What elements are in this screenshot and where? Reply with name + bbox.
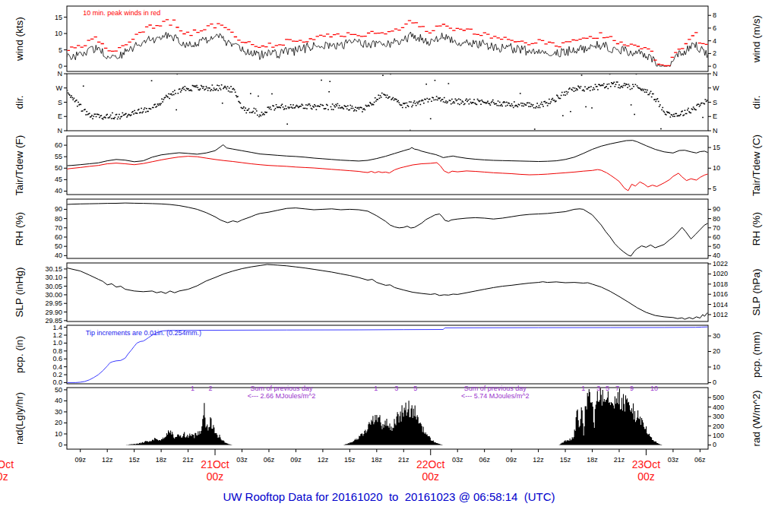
svg-text:N: N [58, 127, 63, 135]
svg-text:03z: 03z [452, 456, 463, 464]
date-label-hour: 00z [637, 470, 655, 483]
date-label: 21Oct [201, 458, 229, 470]
axis-label-right-wind: wind (m/s) [751, 15, 762, 63]
svg-text:21z: 21z [614, 456, 625, 464]
svg-text:06z: 06z [264, 456, 275, 464]
svg-text:12z: 12z [102, 456, 113, 464]
svg-text:80: 80 [55, 215, 62, 223]
axis-label-right-temperature: Tair/Tdew (C) [751, 135, 762, 196]
svg-text:N: N [713, 70, 718, 78]
svg-text:400: 400 [713, 404, 724, 411]
svg-text:0: 0 [713, 62, 716, 70]
svg-text:W: W [713, 84, 719, 92]
svg-text:06z: 06z [479, 456, 490, 464]
axis-label-right-rh: RH (%) [751, 212, 762, 245]
svg-text:40: 40 [55, 252, 62, 259]
svg-text:40: 40 [713, 252, 720, 259]
svg-text:06z: 06z [694, 456, 706, 464]
svg-text:20: 20 [713, 347, 720, 355]
panel-dir: NESWNNESWNdir.dir. [14, 70, 762, 135]
annotation-pcp: Tip increments are 0.01in. (0.254mm.) [86, 329, 201, 337]
x-axis: 09z12z15z18z21z03z06z09z12z15z18z21z03z0… [0, 449, 706, 483]
svg-text:55: 55 [55, 153, 62, 160]
svg-text:1018: 1018 [713, 280, 728, 288]
svg-text:0.8: 0.8 [52, 347, 62, 355]
svg-text:12z: 12z [318, 456, 329, 464]
svg-text:70: 70 [55, 224, 62, 232]
svg-text:300: 300 [713, 413, 724, 420]
svg-text:09z: 09z [74, 456, 86, 464]
axis-label-left-pcp: pcp. (in) [14, 336, 25, 373]
svg-text:4: 4 [713, 37, 716, 45]
date-label: 20Oct [0, 458, 14, 470]
svg-text:1.2: 1.2 [52, 331, 62, 339]
svg-text:1.0: 1.0 [52, 339, 62, 347]
annotation-rad: <--- 2.66 MJoules/m^2 [248, 392, 316, 400]
svg-text:E: E [713, 112, 717, 120]
svg-text:100: 100 [713, 432, 724, 439]
axis-label-right-rad: rad (W/m^2) [751, 391, 762, 447]
svg-text:10: 10 [55, 430, 62, 438]
svg-text:29.95: 29.95 [45, 299, 62, 307]
svg-text:15z: 15z [128, 456, 140, 464]
svg-text:200: 200 [713, 423, 724, 430]
svg-text:09z: 09z [506, 456, 517, 464]
svg-text:30.15: 30.15 [45, 265, 62, 273]
svg-text:0: 0 [713, 441, 716, 448]
svg-text:50: 50 [713, 242, 720, 250]
svg-text:0: 0 [59, 441, 62, 448]
svg-text:03z: 03z [236, 456, 248, 464]
axis-label-left-dir: dir. [14, 95, 25, 109]
svg-text:0.6: 0.6 [52, 355, 62, 363]
svg-text:10: 10 [55, 30, 62, 37]
axis-label-right-dir: dir. [751, 95, 762, 109]
panel-temperature: 404550556051015Tair/Tdew (F)Tair/Tdew (C… [14, 135, 762, 196]
annotation-rad: <--- 5.74 MJoules/m^2 [461, 392, 530, 400]
svg-text:1020: 1020 [713, 270, 728, 277]
axis-label-left-wind: wind (kts) [14, 17, 25, 62]
svg-text:30: 30 [713, 332, 720, 340]
panel-rh: 405060708090405060708090RH (%)RH (%) [14, 199, 762, 259]
svg-text:15: 15 [713, 144, 720, 151]
svg-text:12z: 12z [533, 456, 544, 464]
svg-text:10: 10 [713, 363, 720, 371]
svg-text:50: 50 [55, 386, 62, 394]
svg-text:18z: 18z [156, 456, 167, 464]
radiation-hour-mark: 1 [191, 385, 194, 392]
svg-text:2: 2 [713, 49, 716, 57]
svg-text:W: W [56, 84, 63, 92]
svg-text:29.90: 29.90 [45, 309, 62, 316]
axis-label-left-rh: RH (%) [14, 212, 25, 245]
svg-text:18z: 18z [372, 456, 383, 464]
radiation-hour-mark: 3 [394, 385, 398, 392]
annotation-wind: 10 min. peak winds in red [83, 9, 160, 17]
svg-text:500: 500 [713, 394, 724, 401]
svg-text:20: 20 [55, 419, 62, 426]
svg-text:1016: 1016 [713, 290, 728, 298]
svg-text:50: 50 [55, 164, 62, 172]
panel-rad: 010203040500100200300400500rad(Lgly/hr)r… [14, 385, 762, 449]
svg-text:45: 45 [55, 176, 62, 183]
svg-text:10: 10 [713, 164, 720, 172]
axis-label-left-slp: SLP (inHg) [14, 268, 25, 318]
svg-text:5: 5 [713, 185, 716, 192]
svg-text:N: N [713, 127, 718, 135]
svg-text:70: 70 [713, 224, 720, 232]
radiation-hour-mark: 10 [650, 385, 658, 392]
svg-text:30.10: 30.10 [45, 274, 62, 281]
radiation-hour-mark: 2 [209, 385, 213, 392]
svg-text:40: 40 [55, 187, 62, 195]
panel-pcp: 0.00.20.40.60.81.01.21.40102030pcp. (in)… [14, 324, 762, 387]
radiation-hour-mark: 5 [606, 385, 609, 392]
svg-text:S: S [58, 99, 62, 106]
date-label-hour: 00z [0, 470, 8, 483]
svg-text:1012: 1012 [713, 311, 728, 318]
svg-text:50: 50 [55, 242, 62, 250]
svg-text:18z: 18z [587, 456, 598, 464]
svg-text:21z: 21z [398, 456, 410, 464]
svg-text:6: 6 [713, 24, 716, 32]
svg-text:5: 5 [59, 46, 62, 54]
svg-text:15z: 15z [344, 456, 356, 464]
svg-text:09z: 09z [290, 456, 302, 464]
svg-text:1014: 1014 [713, 301, 728, 309]
